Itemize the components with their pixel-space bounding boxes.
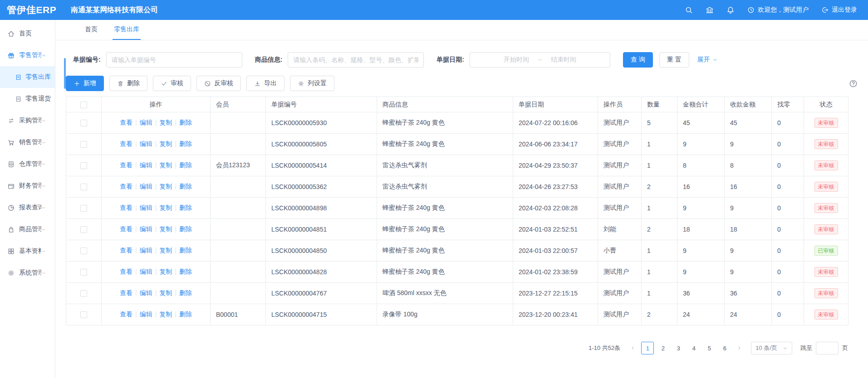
row-checkbox[interactable] [80,226,87,233]
row-action-view[interactable]: 查看 [120,119,132,126]
page-button-5[interactable]: 5 [703,342,716,354]
row-action-copy[interactable]: 复制 [159,161,172,169]
search-icon[interactable] [685,6,693,14]
row-action-delete[interactable]: 删除 [179,310,192,318]
row-action-delete[interactable]: 删除 [179,289,192,296]
sidebar-item-retail-return[interactable]: 零售退货 [0,88,55,110]
row-action-view[interactable]: 查看 [120,140,132,147]
row-action-view[interactable]: 查看 [120,247,132,254]
row-action-view[interactable]: 查看 [120,310,132,318]
sidebar-item-warehouse-management[interactable]: 仓库管理 [0,153,55,175]
sidebar-item-retail-management[interactable]: 零售管理 [0,44,55,66]
row-action-copy[interactable]: 复制 [159,140,172,147]
row-action-view[interactable]: 查看 [120,183,132,190]
row-action-delete[interactable]: 删除 [179,268,192,275]
row-action-edit[interactable]: 编辑 [140,161,152,169]
date-range-input[interactable]: 开始时间 ~ 结束时间 [470,52,610,68]
row-checkbox[interactable] [80,247,87,254]
chevron-down-icon [41,162,46,167]
welcome-user[interactable]: 欢迎您，测试用户 [747,6,809,14]
row-action-edit[interactable]: 编辑 [140,183,152,190]
export-button[interactable]: 导出 [246,76,284,91]
row-action-view[interactable]: 查看 [120,268,132,275]
row-action-delete[interactable]: 删除 [179,183,192,190]
row-action-copy[interactable]: 复制 [159,225,172,233]
row-action-delete[interactable]: 删除 [179,140,192,147]
tab-retail-outbound[interactable]: 零售出库 [113,20,141,40]
row-action-edit[interactable]: 编辑 [140,140,152,147]
sidebar-item-system-management[interactable]: 系统管理 [0,262,55,284]
column-settings-button[interactable]: 列设置 [290,76,334,91]
row-action-edit[interactable]: 编辑 [140,204,152,211]
prev-page-button[interactable] [628,342,638,354]
sidebar-item-home[interactable]: 首页 [0,23,55,44]
row-action-edit[interactable]: 编辑 [140,310,152,318]
page-button-2[interactable]: 2 [657,342,669,354]
row-action-delete[interactable]: 删除 [179,247,192,254]
sidebar-item-goods-management[interactable]: 商品管理 [0,218,55,240]
qty-cell: 2 [642,219,677,240]
bill-no-input[interactable] [106,52,242,68]
row-action-delete[interactable]: 删除 [179,225,192,233]
bank-icon[interactable] [706,6,714,14]
page-button-4[interactable]: 4 [687,342,700,354]
page-button-3[interactable]: 3 [672,342,685,354]
row-action-view[interactable]: 查看 [120,161,132,169]
next-page-button[interactable] [734,342,745,354]
column-header-label: 操作 [150,101,162,108]
delete-button[interactable]: 删除 [109,76,147,91]
row-checkbox[interactable] [80,162,87,169]
tab-home[interactable]: 首页 [83,20,99,40]
row-action-copy[interactable]: 复制 [159,268,172,275]
row-checkbox[interactable] [80,269,87,276]
row-action-copy[interactable]: 复制 [159,247,172,254]
audit-button[interactable]: 审核 [153,76,191,91]
row-action-view[interactable]: 查看 [120,204,132,211]
help-icon[interactable] [849,79,858,88]
row-action-delete[interactable]: 删除 [179,161,192,169]
row-action-copy[interactable]: 复制 [159,119,172,126]
page-button-6[interactable]: 6 [718,342,731,354]
sidebar-item-retail-outbound[interactable]: 零售出库 [0,66,55,88]
sidebar-item-basic-data[interactable]: 基本资料 [0,240,55,262]
filter-bar: 单据编号: 商品信息: 单据日期: 开始时间 ~ 结束时间 查 询 重 置 [66,52,859,68]
sidebar-item-report-query[interactable]: 报表查询 [0,197,55,218]
row-action-edit[interactable]: 编辑 [140,225,152,233]
row-action-view[interactable]: 查看 [120,289,132,296]
row-checkbox[interactable] [80,311,87,318]
bill-date-cell: 2024-04-29 23:50:37 [513,155,598,176]
jump-input[interactable] [816,342,839,354]
row-action-view[interactable]: 查看 [120,225,132,233]
row-action-edit[interactable]: 编辑 [140,247,152,254]
row-action-copy[interactable]: 复制 [159,183,172,190]
row-checkbox[interactable] [80,205,87,212]
row-checkbox[interactable] [80,290,87,297]
row-action-edit[interactable]: 编辑 [140,119,152,126]
scrollbar-thumb[interactable] [64,58,66,89]
select-all-checkbox[interactable] [80,102,87,108]
reset-button[interactable]: 重 置 [659,52,689,68]
expand-link[interactable]: 展开 [697,56,718,64]
goods-info-input[interactable] [288,52,424,68]
row-action-edit[interactable]: 编辑 [140,268,152,275]
sidebar-item-purchase-management[interactable]: 采购管理 [0,110,55,131]
row-checkbox[interactable] [80,184,87,190]
sidebar-item-sales-management[interactable]: 销售管理 [0,131,55,153]
row-action-copy[interactable]: 复制 [159,204,172,211]
page-button-1[interactable]: 1 [641,342,654,354]
add-button[interactable]: 新增 [66,76,104,91]
row-action-edit[interactable]: 编辑 [140,289,152,296]
sidebar-item-finance-management[interactable]: 财务管理 [0,175,55,197]
page-size-select[interactable]: 10 条/页 [751,342,792,354]
logout-button[interactable]: 退出登录 [821,6,857,14]
search-button[interactable]: 查 询 [623,52,653,68]
row-checkbox[interactable] [80,120,87,126]
column-header-label: 单据编号 [271,101,297,108]
row-action-copy[interactable]: 复制 [159,289,172,296]
row-action-copy[interactable]: 复制 [159,310,172,318]
bell-icon[interactable] [726,6,735,14]
row-action-delete[interactable]: 删除 [179,119,192,126]
unaudit-button[interactable]: 反审核 [196,76,241,91]
row-checkbox[interactable] [80,141,87,148]
row-action-delete[interactable]: 删除 [179,204,192,211]
